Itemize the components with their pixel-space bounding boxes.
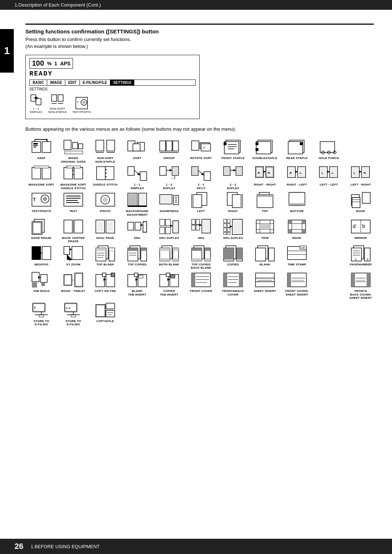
btn-hole-punch[interactable]: HOLE PUNCH bbox=[313, 138, 345, 164]
svg-rect-1 bbox=[36, 98, 41, 105]
svg-rect-105 bbox=[352, 167, 359, 177]
btn-mask[interactable]: MASK bbox=[281, 217, 313, 244]
btn-trim[interactable]: TRIM bbox=[249, 217, 281, 244]
btn-split[interactable]: 2→1SPLIT bbox=[185, 164, 217, 191]
photo-icon bbox=[95, 191, 116, 209]
btn-blank[interactable]: BLANK bbox=[249, 244, 281, 270]
btn-copy-file[interactable]: COPY&FILE bbox=[89, 301, 121, 327]
svg-rect-30 bbox=[173, 141, 179, 151]
btn-top-copied-back-blank[interactable]: TOP COPIEDBACK BLANK bbox=[185, 244, 217, 270]
btn-magazine-sort[interactable]: ←→ MAGAZINE SORT bbox=[25, 164, 57, 191]
btn-mirror[interactable]: d b MIRROR bbox=[345, 217, 377, 244]
btn-store-to-efiling-2[interactable]: A→E STORE TOE-FILING bbox=[57, 301, 89, 327]
btn-time-stamp[interactable]: 130 TIME STAMP bbox=[281, 244, 313, 270]
right-right-label: RIGHT→RIGHT bbox=[254, 183, 276, 187]
btn-copied-tab-insert[interactable]: COPIEDTAB INSERT bbox=[153, 270, 185, 301]
btn-right[interactable]: RIGHT bbox=[217, 191, 249, 217]
btn-left-left[interactable]: L L LEFT→LEFT bbox=[313, 164, 345, 191]
book-label: BOOK bbox=[356, 209, 365, 213]
btn-empty-5 bbox=[313, 270, 345, 301]
btn-front-cover[interactable]: FRONT COVER bbox=[185, 270, 217, 301]
btn-sadf[interactable]: SADF bbox=[25, 138, 57, 164]
btn-top-copied[interactable]: TOP COPIED bbox=[121, 244, 153, 270]
job-build-icon bbox=[31, 271, 52, 289]
btn-edge-erase[interactable]: EDGE ERASE bbox=[25, 217, 57, 244]
btn-group[interactable]: GROUP bbox=[153, 138, 185, 164]
btn-text-photo[interactable]: T TEXT/PHOTO bbox=[25, 191, 57, 217]
btn-book[interactable]: BOOK bbox=[345, 191, 377, 217]
btn-sheet-insert[interactable]: SHEET INSERT bbox=[249, 270, 281, 301]
btn-rear-staple[interactable]: REAR STAPLE bbox=[281, 138, 313, 164]
btn-book-center-erase[interactable]: BOOK CENTERERASE bbox=[57, 217, 89, 244]
btn-duplex-1-2[interactable]: →2 1→2DUPLEX bbox=[153, 164, 185, 191]
both-blank-label: BOTH BLANK bbox=[159, 263, 179, 266]
svg-point-121 bbox=[103, 197, 108, 202]
svg-text:→2: →2 bbox=[170, 176, 176, 180]
btn-blank-tab-insert[interactable]: BLANKTAB INSERT bbox=[121, 270, 153, 301]
svg-rect-244 bbox=[224, 248, 234, 260]
btn-neg-pos[interactable]: NEG/POS bbox=[25, 244, 57, 270]
btn-sharpness[interactable]: SHARPNESS bbox=[153, 191, 185, 217]
btn-both-blank[interactable]: BOTH BLANK bbox=[153, 244, 185, 270]
btn-saddle-stitch-mag[interactable]: × MAGAZINE SORTSADDLE STITCH bbox=[57, 164, 89, 191]
tab-settings[interactable]: SETTINGS bbox=[110, 80, 134, 85]
btn-front-back-cover-sheet-insert[interactable]: FRONT&BACK COVER,SHEET INSERT bbox=[345, 270, 377, 301]
svg-rect-44 bbox=[256, 142, 258, 145]
svg-rect-15 bbox=[33, 147, 36, 147]
btn-front-staple[interactable]: FRONT STAPLE bbox=[217, 138, 249, 164]
btn-nonsort[interactable]: NON-SORTNON-STAPLE bbox=[89, 138, 121, 164]
btn-4in1-duplex[interactable]: 4IN1 DUPLEX bbox=[217, 217, 249, 244]
svg-rect-220 bbox=[109, 248, 115, 251]
btn-2in1-duplex[interactable]: 2IN1 DUPLEX bbox=[153, 217, 185, 244]
svg-rect-84 bbox=[237, 167, 242, 175]
btn-bg-adjust[interactable]: BACKGROUNDADJUSTMENT bbox=[121, 191, 153, 217]
tab-image[interactable]: IMAGE bbox=[47, 80, 65, 85]
tab-basic[interactable]: BASIC bbox=[30, 80, 47, 85]
btn-top[interactable]: TOP bbox=[249, 191, 281, 217]
svg-text:d: d bbox=[353, 223, 356, 229]
btn-book-tablet[interactable]: ↔ BOOK↔TABLET bbox=[57, 270, 89, 301]
btn-front-back-cover[interactable]: FRONT&BACKCOVER bbox=[217, 270, 249, 301]
btn-copied[interactable]: COPIED bbox=[217, 244, 249, 270]
btn-right-right[interactable]: R R RIGHT→RIGHT bbox=[249, 164, 281, 191]
btn-simplex[interactable]: 1→1SIMPLEX bbox=[121, 164, 153, 191]
svg-rect-28 bbox=[160, 141, 166, 151]
btn-front-cover-sheet-insert[interactable]: FRONT COVER,SHEET INSERT bbox=[281, 270, 313, 301]
btn-xy-zoom[interactable]: XY ZOOM bbox=[57, 244, 89, 270]
svg-rect-237 bbox=[192, 248, 202, 251]
copy-file-label: COPY&FILE bbox=[97, 319, 114, 323]
btn-mixed[interactable]: ← → MIXEDORIGINAL SIZES bbox=[57, 138, 89, 164]
btn-photo[interactable]: PHOTO bbox=[89, 191, 121, 217]
btn-left[interactable]: LEFT bbox=[185, 191, 217, 217]
btn-sort[interactable]: SORT bbox=[121, 138, 153, 164]
svg-rect-302 bbox=[287, 273, 291, 287]
tab-edit[interactable]: EDIT bbox=[65, 80, 80, 85]
front-staple-label: FRONT STAPLE bbox=[221, 156, 245, 160]
btn-job-build[interactable]: JOB BUILD bbox=[25, 270, 57, 301]
btn-top-blank[interactable]: TOP BLANK bbox=[89, 244, 121, 270]
btn-copy-on-tab[interactable]: COPY ON TAB bbox=[89, 270, 121, 301]
btn-rotate-sort[interactable]: ↺ ROTATE SORT bbox=[185, 138, 217, 164]
btn-doublestaple[interactable]: DOUBLESTAPLE bbox=[249, 138, 281, 164]
btn-dual-page[interactable]: DUAL PAGE bbox=[89, 217, 121, 244]
btn-store-to-efiling-1[interactable]: E STORE TOE-FILING bbox=[25, 301, 57, 327]
tab-efiling[interactable]: E-FILING/FILE bbox=[80, 80, 110, 85]
edge-erase-icon bbox=[31, 218, 52, 236]
btn-duplex-2-2[interactable]: 2→2DUPLEX bbox=[217, 164, 249, 191]
book-tablet-label: BOOK↔TABLET bbox=[61, 289, 85, 293]
btn-left-right[interactable]: L R LEFT→RIGHT bbox=[345, 164, 377, 191]
neg-pos-label: NEG/POS bbox=[34, 263, 49, 266]
btn-saddle-stitch[interactable]: SADDLE STITCH bbox=[89, 164, 121, 191]
xy-zoom-label: XY ZOOM bbox=[66, 263, 81, 266]
btn-2in1[interactable]: 2IN1 bbox=[121, 217, 153, 244]
svg-rect-74 bbox=[173, 167, 178, 175]
front-cover-sheet-insert-label: FRONT COVER,SHEET INSERT bbox=[285, 289, 309, 296]
btn-bottom[interactable]: BOTTOM bbox=[281, 191, 313, 217]
btn-text[interactable]: TEXT bbox=[57, 191, 89, 217]
btn-right-left[interactable]: R L RIGHT→LEFT bbox=[281, 164, 313, 191]
right-label: RIGHT bbox=[228, 209, 238, 213]
svg-rect-202 bbox=[302, 220, 306, 224]
top-blank-label: TOP BLANK bbox=[96, 263, 114, 266]
btn-4in1[interactable]: 4IN1 bbox=[185, 217, 217, 244]
btn-pagenumber[interactable]: 1 2 PAGENUMBER bbox=[345, 244, 377, 270]
